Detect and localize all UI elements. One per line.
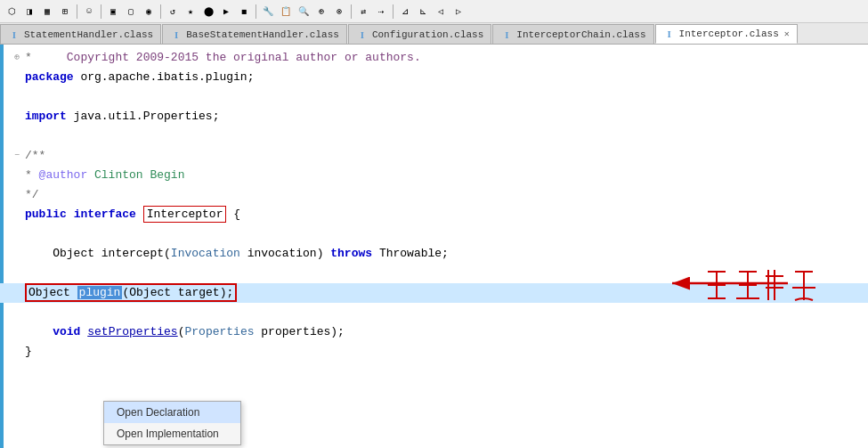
toolbar: ⬡ ◨ ▦ ⊞ ☺ ▣ ▢ ◉ ↺ ★ ⬤ ▶ ◼ 🔧 📋 🔍 ⊕ ⊗ ⇄ ⇢ … — [0, 0, 868, 23]
author-keyword: @author — [39, 168, 88, 182]
copyright-text: Copyright 2009-2015 the original — [67, 51, 296, 64]
class-open: { — [226, 208, 240, 221]
kw-import: import — [25, 110, 67, 123]
kw-package: package — [25, 70, 74, 84]
tab-icon-1: I — [8, 29, 20, 41]
param-invocation-name: invocation) — [240, 247, 330, 260]
context-menu-open-declaration[interactable]: Open Declaration — [104, 402, 240, 423]
comment-star: * — [25, 51, 67, 64]
authors-text: authors. — [358, 51, 420, 64]
line-plugin: Object plugin(Object target); — [0, 283, 868, 303]
content-author: * @author Clinton Begin — [25, 166, 861, 185]
tab-interceptor-chain[interactable]: I InterceptorChain.class — [492, 24, 653, 44]
toolbar-icon-9[interactable]: ↺ — [165, 4, 181, 20]
collapse-indicator[interactable]: − — [14, 146, 25, 166]
tab-icon-2: I — [170, 29, 183, 41]
line-set-properties: void setProperties(Properties properties… — [14, 322, 861, 342]
tab-close-button[interactable]: ✕ — [784, 29, 790, 39]
content-plugin: Object plugin(Object target); — [25, 283, 861, 303]
kw-void: void — [53, 325, 80, 338]
toolbar-separator-5 — [351, 4, 352, 19]
toolbar-icon-24[interactable]: ▷ — [450, 4, 466, 20]
line-close: } — [14, 342, 861, 362]
import-name: java.util.Properties; — [67, 110, 220, 123]
tab-label-3: Configuration.class — [372, 29, 483, 40]
toolbar-icon-5[interactable]: ☺ — [81, 4, 97, 20]
plugin-prefix: Object — [28, 286, 77, 299]
content-package: package org.apache.ibatis.plugin; — [25, 68, 861, 87]
toolbar-icon-6[interactable]: ▣ — [105, 4, 121, 20]
package-name: org.apache.ibatis.plugin; — [74, 70, 255, 84]
space1 — [67, 208, 74, 221]
author-text: author — [296, 51, 337, 64]
line-class-decl: public interface Interceptor { — [14, 205, 861, 224]
toolbar-icon-10[interactable]: ★ — [183, 4, 199, 20]
toolbar-icon-14[interactable]: 🔧 — [260, 4, 276, 20]
throwable: Throwable; — [372, 247, 449, 260]
toolbar-icon-13[interactable]: ◼ — [236, 4, 252, 20]
context-menu-open-implementation[interactable]: Open Implementation — [104, 423, 240, 444]
content-intercept: Object intercept(Invocation invocation) … — [25, 244, 861, 264]
tab-label-4: InterceptorChain.class — [516, 29, 645, 40]
tab-label-1: StatementHandler.class — [24, 29, 153, 40]
plugin-suffix: (Object target); — [122, 286, 233, 299]
content-javadoc-start: /** — [25, 146, 861, 166]
kw-public: public — [25, 208, 67, 221]
or-text: or — [337, 51, 358, 64]
line-copyright: ⊕ * Copyright 2009-2015 the original aut… — [14, 48, 861, 68]
toolbar-icon-8[interactable]: ◉ — [141, 4, 157, 20]
tab-base-statement-handler[interactable]: I BaseStatementHandler.class — [162, 24, 347, 44]
comment-prefix: * — [25, 168, 39, 182]
line-author: * @author Clinton Begin — [14, 166, 861, 185]
line-blank1 — [14, 87, 861, 107]
tab-icon-3: I — [356, 29, 369, 41]
tab-icon-4: I — [500, 29, 513, 41]
toolbar-icon-22[interactable]: ⊾ — [415, 4, 431, 20]
toolbar-icon-18[interactable]: ⊗ — [331, 4, 347, 20]
code-area[interactable]: ⊕ * Copyright 2009-2015 the original aut… — [0, 45, 868, 365]
toolbar-icon-16[interactable]: 🔍 — [296, 4, 312, 20]
tab-statement-handler[interactable]: I StatementHandler.class — [0, 24, 161, 44]
content-close: } — [25, 342, 861, 362]
indent1: Object intercept( — [25, 247, 171, 260]
kw-throws: throws — [330, 247, 372, 260]
toolbar-icon-17[interactable]: ⊕ — [313, 4, 329, 20]
toolbar-icon-19[interactable]: ⇄ — [355, 4, 371, 20]
toolbar-icon-12[interactable]: ▶ — [218, 4, 234, 20]
line-package: package org.apache.ibatis.plugin; — [14, 68, 861, 87]
kw-interface: interface — [74, 208, 136, 221]
toolbar-icon-1[interactable]: ⬡ — [4, 4, 20, 20]
param-properties-name: properties); — [255, 325, 345, 338]
line-blank2 — [14, 126, 861, 146]
space2 — [136, 208, 143, 221]
tab-label-2: BaseStatementHandler.class — [186, 29, 339, 40]
toolbar-icon-3[interactable]: ▦ — [39, 4, 55, 20]
toolbar-icon-20[interactable]: ⇢ — [373, 4, 389, 20]
toolbar-icon-4[interactable]: ⊞ — [57, 4, 73, 20]
toolbar-icon-15[interactable]: 📋 — [278, 4, 294, 20]
toolbar-icon-23[interactable]: ◁ — [433, 4, 449, 20]
tab-interceptor[interactable]: I Interceptor.class ✕ — [655, 24, 798, 44]
interceptor-name: Interceptor — [143, 206, 227, 223]
tab-configuration[interactable]: I Configuration.class — [348, 24, 491, 44]
toolbar-icon-7[interactable]: ▢ — [123, 4, 139, 20]
toolbar-icon-11[interactable]: ⬤ — [200, 4, 216, 20]
toolbar-icon-2[interactable]: ◨ — [21, 4, 37, 20]
line-blank5 — [14, 303, 861, 322]
tabs-bar: I StatementHandler.class I BaseStatement… — [0, 23, 868, 45]
param-properties-type: Properties — [184, 325, 254, 338]
method-set-properties: setProperties — [87, 325, 177, 338]
toolbar-separator-1 — [77, 4, 77, 19]
context-menu: Open Declaration Open Implementation — [103, 401, 241, 445]
gutter-copyright: ⊕ — [14, 48, 25, 68]
line-intercept: Object intercept(Invocation invocation) … — [14, 244, 861, 264]
line-javadoc-end: */ — [14, 185, 861, 205]
toolbar-icon-21[interactable]: ⊿ — [397, 4, 413, 20]
toolbar-separator-3 — [160, 4, 161, 19]
line-javadoc-start: − /** — [14, 146, 861, 166]
content-class-decl: public interface Interceptor { — [25, 205, 861, 224]
plugin-name: plugin — [77, 286, 123, 299]
tab-icon-5: I — [663, 28, 676, 40]
indent3 — [25, 325, 53, 338]
content-import: import java.util.Properties; — [25, 107, 861, 126]
